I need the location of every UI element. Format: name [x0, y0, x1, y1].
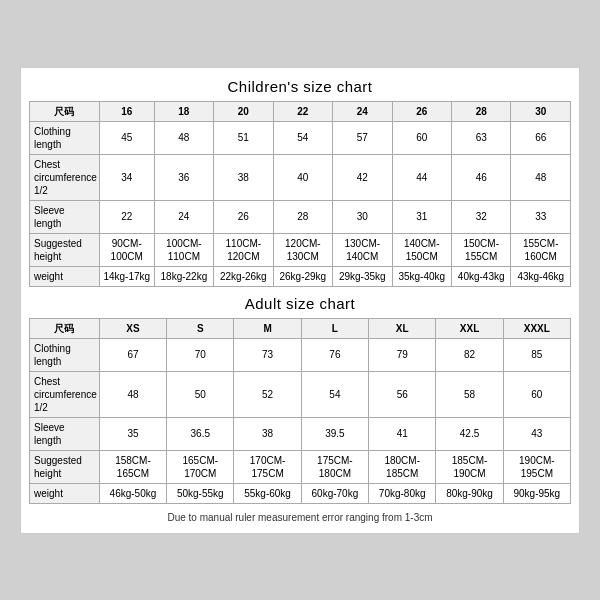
- cell-value: 66: [511, 121, 571, 154]
- table-row: weight14kg-17kg18kg-22kg22kg-26kg26kg-29…: [30, 266, 571, 286]
- row-label: weight: [30, 483, 100, 503]
- column-header: 24: [333, 101, 392, 121]
- cell-value: 46: [451, 154, 510, 200]
- cell-value: 33: [511, 200, 571, 233]
- cell-value: 46kg-50kg: [99, 483, 166, 503]
- cell-value: 28: [273, 200, 332, 233]
- column-header: 26: [392, 101, 451, 121]
- cell-value: 85: [503, 338, 570, 371]
- children-table: 尺码1618202224262830 Clothing length454851…: [29, 101, 571, 287]
- table-row: Sleeve length2224262830313233: [30, 200, 571, 233]
- row-label: Sleeve length: [30, 417, 100, 450]
- row-label: weight: [30, 266, 100, 286]
- cell-value: 42.5: [436, 417, 503, 450]
- cell-value: 36: [154, 154, 213, 200]
- cell-value: 43: [503, 417, 570, 450]
- column-header: S: [167, 318, 234, 338]
- cell-value: 60kg-70kg: [301, 483, 368, 503]
- cell-value: 170CM-175CM: [234, 450, 301, 483]
- cell-value: 165CM-170CM: [167, 450, 234, 483]
- cell-value: 58: [436, 371, 503, 417]
- cell-value: 158CM-165CM: [99, 450, 166, 483]
- cell-value: 48: [511, 154, 571, 200]
- cell-value: 24: [154, 200, 213, 233]
- cell-value: 140CM-150CM: [392, 233, 451, 266]
- cell-value: 40: [273, 154, 332, 200]
- cell-value: 39.5: [301, 417, 368, 450]
- cell-value: 26kg-29kg: [273, 266, 332, 286]
- cell-value: 54: [301, 371, 368, 417]
- column-header: 尺码: [30, 318, 100, 338]
- cell-value: 190CM-195CM: [503, 450, 570, 483]
- chart-container: Children's size chart 尺码1618202224262830…: [20, 67, 580, 534]
- cell-value: 38: [214, 154, 273, 200]
- cell-value: 35: [99, 417, 166, 450]
- cell-value: 29kg-35kg: [333, 266, 392, 286]
- cell-value: 48: [99, 371, 166, 417]
- table-row: Suggested height158CM-165CM165CM-170CM17…: [30, 450, 571, 483]
- cell-value: 60: [503, 371, 570, 417]
- cell-value: 63: [451, 121, 510, 154]
- column-header: 16: [99, 101, 154, 121]
- cell-value: 80kg-90kg: [436, 483, 503, 503]
- cell-value: 76: [301, 338, 368, 371]
- column-header: 18: [154, 101, 213, 121]
- cell-value: 120CM-130CM: [273, 233, 332, 266]
- cell-value: 130CM-140CM: [333, 233, 392, 266]
- cell-value: 22: [99, 200, 154, 233]
- adult-chart-title: Adult size chart: [29, 295, 571, 312]
- column-header: 尺码: [30, 101, 100, 121]
- cell-value: 100CM-110CM: [154, 233, 213, 266]
- footnote: Due to manual ruler measurement error ra…: [29, 512, 571, 523]
- cell-value: 57: [333, 121, 392, 154]
- children-header-row: 尺码1618202224262830: [30, 101, 571, 121]
- cell-value: 14kg-17kg: [99, 266, 154, 286]
- cell-value: 44: [392, 154, 451, 200]
- cell-value: 45: [99, 121, 154, 154]
- adult-header-row: 尺码XSSMLXLXXLXXXL: [30, 318, 571, 338]
- row-label: Chest circumference 1/2: [30, 154, 100, 200]
- cell-value: 79: [369, 338, 436, 371]
- adult-table: 尺码XSSMLXLXXLXXXL Clothing length67707376…: [29, 318, 571, 504]
- cell-value: 67: [99, 338, 166, 371]
- cell-value: 56: [369, 371, 436, 417]
- cell-value: 90CM-100CM: [99, 233, 154, 266]
- cell-value: 30: [333, 200, 392, 233]
- table-row: Clothing length4548515457606366: [30, 121, 571, 154]
- row-label: Suggested height: [30, 233, 100, 266]
- column-header: XXXL: [503, 318, 570, 338]
- row-label: Clothing length: [30, 338, 100, 371]
- cell-value: 60: [392, 121, 451, 154]
- cell-value: 43kg-46kg: [511, 266, 571, 286]
- column-header: XS: [99, 318, 166, 338]
- cell-value: 73: [234, 338, 301, 371]
- cell-value: 50: [167, 371, 234, 417]
- table-row: weight46kg-50kg50kg-55kg55kg-60kg60kg-70…: [30, 483, 571, 503]
- column-header: 22: [273, 101, 332, 121]
- cell-value: 150CM-155CM: [451, 233, 510, 266]
- cell-value: 32: [451, 200, 510, 233]
- cell-value: 110CM-120CM: [214, 233, 273, 266]
- cell-value: 48: [154, 121, 213, 154]
- cell-value: 51: [214, 121, 273, 154]
- cell-value: 22kg-26kg: [214, 266, 273, 286]
- table-row: Chest circumference 1/248505254565860: [30, 371, 571, 417]
- cell-value: 55kg-60kg: [234, 483, 301, 503]
- column-header: XXL: [436, 318, 503, 338]
- cell-value: 82: [436, 338, 503, 371]
- column-header: L: [301, 318, 368, 338]
- cell-value: 185CM-190CM: [436, 450, 503, 483]
- cell-value: 54: [273, 121, 332, 154]
- column-header: 20: [214, 101, 273, 121]
- cell-value: 41: [369, 417, 436, 450]
- row-label: Clothing length: [30, 121, 100, 154]
- table-row: Suggested height90CM-100CM100CM-110CM110…: [30, 233, 571, 266]
- row-label: Chest circumference 1/2: [30, 371, 100, 417]
- cell-value: 18kg-22kg: [154, 266, 213, 286]
- cell-value: 35kg-40kg: [392, 266, 451, 286]
- cell-value: 70: [167, 338, 234, 371]
- column-header: XL: [369, 318, 436, 338]
- cell-value: 90kg-95kg: [503, 483, 570, 503]
- cell-value: 34: [99, 154, 154, 200]
- column-header: M: [234, 318, 301, 338]
